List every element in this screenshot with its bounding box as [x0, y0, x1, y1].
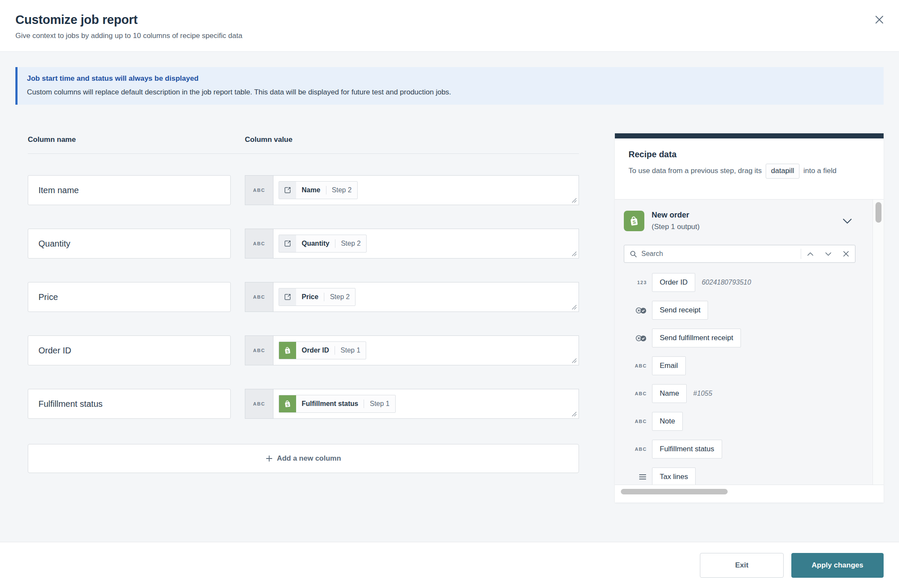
list-item: Tax lines	[624, 467, 855, 485]
resize-handle-icon[interactable]	[572, 412, 577, 417]
list-item: ABC Fulfillment status	[624, 440, 855, 459]
datapill-label: Order ID	[296, 342, 335, 359]
list-item: Send fulfillment receipt	[624, 329, 855, 347]
search-next-button[interactable]	[819, 245, 837, 262]
datapill-step: Step 1	[364, 395, 395, 412]
resize-handle-icon[interactable]	[572, 305, 577, 310]
datapill[interactable]: Price Step 2	[279, 288, 355, 306]
column-name-header: Column name	[28, 135, 245, 144]
apply-changes-button[interactable]: Apply changes	[791, 553, 884, 578]
plus-icon	[266, 455, 273, 462]
column-type-box: ABC	[245, 229, 273, 259]
page-subtitle: Give context to jobs by adding up to 10 …	[15, 32, 884, 40]
resize-handle-icon[interactable]	[572, 251, 577, 256]
column-type-box: ABC	[245, 335, 273, 365]
datapill[interactable]: Note	[652, 412, 683, 431]
column-row: ABC Price Step 2	[28, 282, 579, 312]
exit-button[interactable]: Exit	[700, 553, 784, 578]
column-row: ABC Quantity Step 2	[28, 229, 579, 259]
horizontal-scrollbar	[615, 485, 884, 503]
vertical-scrollbar	[873, 200, 884, 485]
column-value-field[interactable]: Quantity Step 2	[273, 229, 579, 259]
close-icon	[843, 251, 849, 257]
boolean-type-icon	[624, 334, 648, 342]
modal-footer: Exit Apply changes	[0, 542, 899, 588]
column-row: ABC S Fulfillment status Step 1	[28, 389, 579, 419]
recipe-step-icon	[279, 235, 296, 252]
chevron-up-icon	[807, 252, 814, 256]
chevron-down-icon	[825, 252, 831, 256]
list-item: 123 Order ID 6024180793510	[624, 273, 855, 292]
sample-value: 6024180793510	[702, 279, 751, 286]
datapill-example-chip: datapill	[766, 164, 800, 179]
recipe-data-description: To use data from a previous step, drag i…	[629, 164, 868, 179]
column-name-input[interactable]	[28, 229, 231, 259]
custom-columns-section: Column name Column value ABC	[28, 135, 579, 503]
page-title: Customize job report	[15, 13, 884, 27]
recipe-data-header: Recipe data To use data from a previous …	[615, 138, 884, 199]
list-item: Send receipt	[624, 301, 855, 320]
datapill-list: 123 Order ID 6024180793510 Send receipt	[624, 273, 855, 485]
list-item: ABC Email	[624, 356, 855, 375]
recipe-data-panel: Recipe data To use data from a previous …	[615, 133, 884, 503]
vertical-scrollbar-thumb[interactable]	[875, 202, 881, 223]
datatree-source-row[interactable]: S New order (Step 1 output)	[624, 206, 855, 236]
text-type-icon: ABC	[624, 447, 648, 452]
source-step-name: New order	[652, 211, 840, 220]
column-value-header: Column value	[245, 135, 292, 144]
source-step-output: (Step 1 output)	[652, 223, 840, 231]
datapill[interactable]: Tax lines	[652, 467, 696, 485]
info-banner-title: Job start time and status will always be…	[27, 74, 873, 83]
column-value-field[interactable]: S Fulfillment status Step 1	[273, 389, 579, 419]
customize-job-report-modal: Customize job report Give context to job…	[0, 0, 899, 588]
datapill[interactable]: Order ID	[652, 273, 695, 292]
column-type-box: ABC	[245, 389, 273, 419]
datapill[interactable]: Send fulfillment receipt	[652, 329, 741, 347]
search-prev-button[interactable]	[801, 245, 819, 262]
column-type-box: ABC	[245, 175, 273, 205]
search-clear-button[interactable]	[837, 245, 855, 262]
datapill[interactable]: Name Step 2	[279, 181, 358, 199]
datapill-step: Step 2	[335, 235, 366, 252]
sample-value: #1055	[693, 390, 712, 397]
text-type-icon: ABC	[624, 391, 648, 396]
datapill-label: Fulfillment status	[296, 395, 364, 412]
collapse-source-button[interactable]	[840, 216, 855, 226]
column-name-input[interactable]	[28, 175, 231, 205]
modal-body: Job start time and status will always be…	[0, 52, 899, 542]
text-type-icon: ABC	[624, 419, 648, 424]
column-name-input[interactable]	[28, 282, 231, 312]
resize-handle-icon[interactable]	[572, 198, 577, 203]
resize-handle-icon[interactable]	[572, 358, 577, 363]
datapill-step: Step 2	[326, 182, 357, 199]
info-banner-body: Custom columns will replace default desc…	[27, 88, 873, 97]
abc-type-label: ABC	[253, 348, 265, 353]
datapill-label: Name	[296, 182, 326, 199]
datapill[interactable]: Quantity Step 2	[279, 235, 367, 253]
close-button[interactable]	[872, 12, 887, 27]
datapill[interactable]: Name	[652, 384, 687, 403]
datatree-search	[624, 245, 855, 263]
datapill[interactable]: Email	[652, 356, 686, 375]
boolean-type-icon	[624, 306, 648, 315]
recipe-data-title: Recipe data	[629, 150, 870, 159]
datapill[interactable]: S Fulfillment status Step 1	[279, 395, 396, 413]
column-name-input[interactable]	[28, 389, 231, 419]
datapill-label: Quantity	[296, 235, 335, 252]
datapill[interactable]: Send receipt	[652, 301, 708, 320]
datapill[interactable]: Fulfillment status	[652, 440, 722, 459]
datapill[interactable]: S Order ID Step 1	[279, 341, 366, 359]
datapill-step: Step 2	[324, 288, 355, 306]
search-input[interactable]	[641, 250, 801, 258]
panel-accent-bar	[615, 133, 884, 138]
column-value-field[interactable]: Price Step 2	[273, 282, 579, 312]
datatree: S New order (Step 1 output)	[615, 199, 884, 485]
add-new-column-button[interactable]: Add a new column	[28, 444, 579, 473]
info-banner: Job start time and status will always be…	[15, 67, 884, 105]
recipe-step-icon	[279, 288, 296, 306]
horizontal-scrollbar-thumb[interactable]	[621, 489, 728, 494]
column-row: ABC S Order ID Step 1	[28, 335, 579, 365]
column-value-field[interactable]: S Order ID Step 1	[273, 335, 579, 365]
column-value-field[interactable]: Name Step 2	[273, 175, 579, 205]
column-name-input[interactable]	[28, 335, 231, 365]
